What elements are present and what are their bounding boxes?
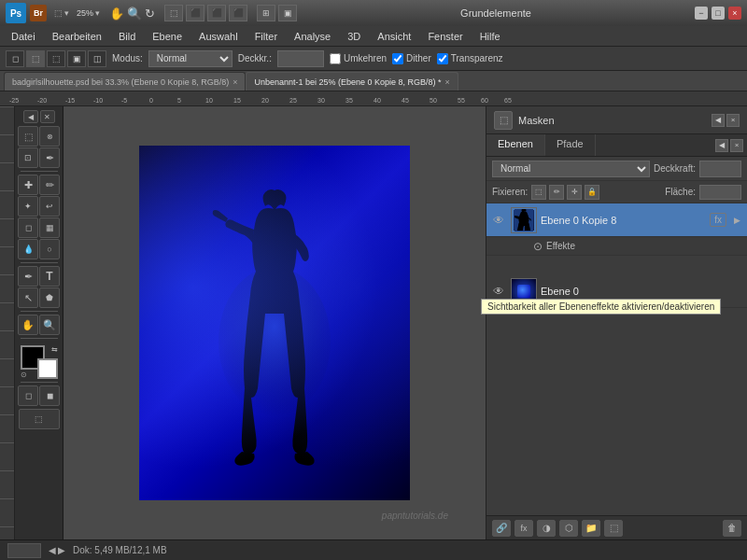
new-group-btn[interactable]: 📁 [582, 520, 600, 537]
quickmask-mode[interactable]: ◼ [39, 385, 60, 406]
panel-expand[interactable]: ◀ [712, 114, 725, 127]
menu-fenster[interactable]: Fenster [420, 29, 470, 44]
tab-badgirl[interactable]: badgirlsilhouette.psd bei 33.3% (Ebene 0… [4, 72, 246, 91]
view-mode-2[interactable]: ⬛ [186, 5, 204, 21]
clone-tool[interactable]: ✦ [18, 196, 38, 217]
layers-panel-close[interactable]: × [730, 139, 743, 152]
zoom-prev[interactable]: ◀ [49, 545, 56, 555]
dither-checkbox[interactable] [392, 53, 403, 64]
layer-fx-kopie8[interactable]: fx [710, 213, 726, 227]
tab-close-2[interactable]: × [445, 77, 450, 87]
shape-tool[interactable]: ⬟ [39, 287, 60, 308]
gradient-tool[interactable]: ▦ [39, 217, 60, 238]
fix-pos-icon[interactable]: ⬚ [531, 185, 546, 200]
dodge-tool[interactable]: ○ [39, 239, 60, 259]
background-color[interactable] [37, 358, 58, 379]
tab-close-1[interactable]: × [233, 77, 237, 87]
eraser-tool[interactable]: ◻ [18, 217, 38, 238]
path-select-tool[interactable]: ↖ [18, 287, 38, 308]
tool-row-select: ⬚ ⊗ [18, 126, 60, 147]
text-tool[interactable]: T [39, 266, 60, 287]
zoom-input[interactable]: 25% [7, 543, 41, 558]
brush-opt-2[interactable]: ⬚ [26, 50, 45, 67]
canvas-area[interactable]: papntutorials.de [63, 106, 486, 539]
view-mode-1[interactable]: ⬚ [164, 5, 183, 21]
menu-hilfe[interactable]: Hilfe [472, 29, 508, 44]
tab-unbenannt[interactable]: Unbenannt-1 bei 25% (Ebene 0 Kopie 8, RG… [246, 72, 458, 91]
brush-tool[interactable]: ✏ [39, 175, 60, 195]
minimize-button[interactable]: − [695, 7, 708, 20]
zoom-tool[interactable]: 🔍 [39, 315, 60, 335]
link-layers-btn[interactable]: 🔗 [492, 520, 511, 537]
menu-bild[interactable]: Bild [111, 29, 143, 44]
tab-ebenen[interactable]: Ebenen [486, 134, 545, 156]
layer-vis-0[interactable]: 👁 [490, 283, 507, 300]
new-layer-btn[interactable]: ⬚ [604, 520, 623, 537]
add-mask-btn[interactable]: ◑ [537, 520, 556, 537]
transparenz-checkbox[interactable] [437, 53, 448, 64]
arrange-btn[interactable]: ⊞ [257, 5, 275, 21]
blur-tool[interactable]: 💧 [18, 239, 38, 259]
deckkraft-input[interactable]: 100% [277, 50, 324, 67]
toolbox-nav-prev[interactable]: ◀ [23, 110, 38, 123]
umkehren-label[interactable]: Umkehren [330, 53, 387, 64]
panel-tab-controls: ◀ × [712, 134, 747, 156]
menu-datei[interactable]: Datei [4, 29, 43, 44]
effects-toggle[interactable]: ⊙ [533, 240, 543, 253]
fix-lock-icon[interactable]: 🔒 [585, 185, 599, 200]
layers-panel-expand[interactable]: ◀ [715, 139, 728, 152]
menu-bearbeiten[interactable]: Bearbeiten [45, 29, 109, 44]
tab-pfade[interactable]: Pfade [545, 134, 596, 156]
switch-colors-icon[interactable]: ⇆ [51, 345, 58, 354]
marquee-tool[interactable]: ⬚ [18, 126, 38, 147]
zoom-tool-icon[interactable]: 🔍 [127, 7, 142, 21]
delete-layer-btn[interactable]: 🗑 [723, 520, 741, 537]
panel-close[interactable]: × [726, 114, 740, 127]
menu-3d[interactable]: 3D [340, 29, 368, 44]
eyedropper-tool[interactable]: ✒ [39, 147, 60, 168]
menu-ansicht[interactable]: Ansicht [370, 29, 418, 44]
view-mode-3[interactable]: ⬛ [207, 5, 226, 21]
toolbox-nav-next[interactable]: ✕ [40, 110, 55, 123]
menu-ebene[interactable]: Ebene [145, 29, 190, 44]
fix-paint-icon[interactable]: ✏ [549, 185, 564, 200]
deckkraft-ctrl-input[interactable]: 100% [699, 161, 741, 177]
new-fill-btn[interactable]: ⬡ [559, 520, 578, 537]
screen-mode[interactable]: ⬚ [19, 409, 60, 429]
layer-item-0[interactable]: 👁 Ebene 0 [486, 274, 747, 308]
history-tool[interactable]: ↩ [39, 196, 60, 217]
zoom-next[interactable]: ▶ [58, 545, 65, 555]
view-mode-4[interactable]: ⬛ [229, 5, 247, 21]
hand-tool[interactable]: ✋ [18, 315, 38, 335]
tool-row-pen: ✒ T [18, 266, 60, 287]
brush-opt-1[interactable]: ◻ [6, 50, 24, 67]
pen-tool[interactable]: ✒ [18, 266, 38, 287]
healing-tool[interactable]: ✚ [18, 175, 38, 195]
flache-input[interactable]: 100% [699, 185, 741, 200]
hand-tool-icon[interactable]: ✋ [109, 7, 124, 21]
rotate-icon[interactable]: ↻ [145, 7, 155, 21]
crop-tool[interactable]: ⊡ [18, 147, 38, 168]
blend-mode-select[interactable]: Normal [492, 161, 650, 177]
close-button[interactable]: × [728, 7, 741, 20]
menu-auswahl[interactable]: Auswahl [191, 29, 246, 44]
quick-select-tool[interactable]: ⊗ [39, 126, 60, 147]
brush-opt-4[interactable]: ▣ [67, 50, 86, 67]
menu-analyse[interactable]: Analyse [287, 29, 338, 44]
reset-colors-icon[interactable]: ⊙ [21, 371, 27, 379]
layer-vis-kopie8[interactable]: 👁 [490, 212, 507, 229]
maximize-button[interactable]: □ [712, 7, 725, 20]
fix-move-icon[interactable]: ✛ [567, 185, 582, 200]
dither-label[interactable]: Dither [392, 53, 431, 64]
layer-item-kopie8[interactable]: 👁 [486, 203, 747, 237]
screen-btn[interactable]: ▣ [278, 5, 297, 21]
umkehren-checkbox[interactable] [330, 53, 341, 64]
standard-mode[interactable]: ◻ [18, 385, 38, 406]
menu-filter[interactable]: Filter [247, 29, 285, 44]
brush-opt-3[interactable]: ⬚ [47, 50, 65, 67]
modus-select[interactable]: Normal [148, 50, 233, 67]
brush-opt-5[interactable]: ◫ [88, 50, 106, 67]
layer-options-kopie8[interactable]: ▶ [730, 214, 743, 227]
add-style-btn[interactable]: fx [514, 520, 533, 537]
transparenz-label[interactable]: Transparenz [437, 53, 503, 64]
